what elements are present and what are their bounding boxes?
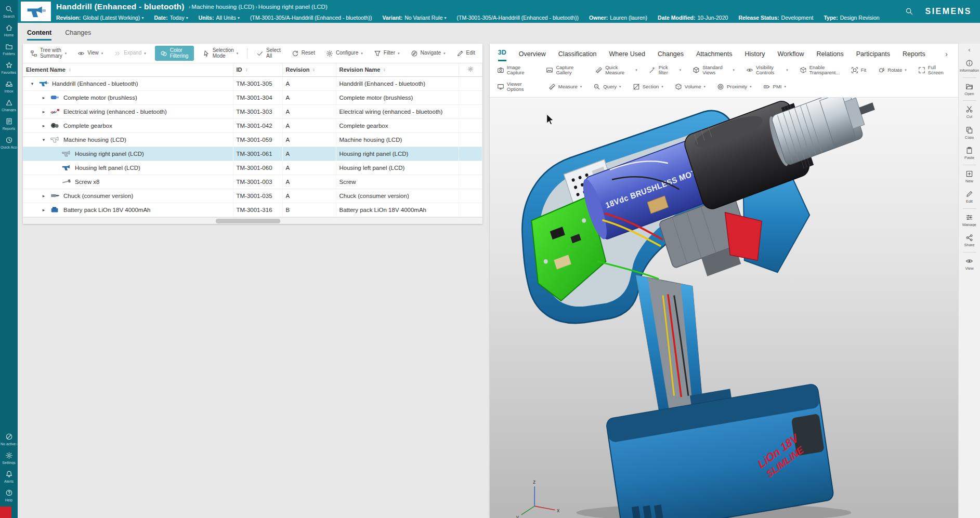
table-settings-gear[interactable] — [459, 63, 482, 76]
tree-caret-icon[interactable]: ▸ — [41, 193, 47, 198]
viewer-tool-enable-transparent[interactable]: Enable Transparent... — [800, 65, 840, 76]
collapse-rail-chevron[interactable]: ‹ — [968, 46, 970, 54]
command-manage[interactable]: Manage — [959, 210, 980, 231]
table-row[interactable]: Housing left panel (LCD)TM-3001-060AHous… — [23, 161, 482, 175]
tree-caret-icon[interactable]: ▾ — [41, 137, 47, 142]
command-cut[interactable]: Cut — [959, 102, 980, 123]
sidebar-item-changes[interactable]: Changes — [0, 96, 18, 114]
tab-classification[interactable]: Classification — [558, 50, 597, 61]
viewer-tool-pmi[interactable]: PMI▾ — [763, 83, 786, 90]
table-row[interactable]: Housing right panel (LCD)TM-3001-061AHou… — [23, 147, 482, 161]
toolbar-expand[interactable]: Expand▾ — [112, 49, 148, 58]
command-paste[interactable]: Paste — [959, 143, 980, 164]
tabs-overflow-chevron[interactable]: › — [943, 49, 950, 61]
tab-reports[interactable]: Reports — [903, 50, 925, 61]
tab-changes[interactable]: Changes — [658, 50, 684, 61]
sort-icon[interactable] — [242, 67, 249, 73]
viewer-tool-rotate[interactable]: Rotate▾ — [878, 67, 907, 74]
header-meta-item[interactable]: Variant:No Variant Rule▾ — [383, 15, 447, 21]
toolbar-navigate[interactable]: Navigate▾ — [409, 49, 448, 58]
tab-workflow[interactable]: Workflow — [777, 50, 804, 61]
breadcrumb-item[interactable]: Housing right panel (LCD) — [258, 4, 328, 10]
tab-history[interactable]: History — [744, 50, 765, 61]
sidebar-item-no-active-change[interactable]: No active change — [0, 430, 18, 448]
scrollbar-thumb[interactable] — [216, 219, 280, 223]
header-meta-item[interactable]: Revision:Global (Latest Working)▾ — [56, 15, 143, 21]
column-header-id[interactable]: ID — [233, 63, 282, 76]
item-thumbnail[interactable] — [21, 2, 51, 21]
toolbar-selection-mode[interactable]: Selection Mode▾ — [201, 47, 241, 60]
sort-icon[interactable] — [380, 67, 387, 73]
drill-battery-pack[interactable]: LiOn 18V SLIMLINE — [604, 374, 834, 518]
viewer-tool-measure[interactable]: Measure▾ — [548, 83, 582, 90]
tree-caret-icon[interactable]: ▸ — [41, 109, 47, 114]
table-row[interactable]: ▾Machine housing (LCD)TM-3001-059AMachin… — [23, 132, 482, 147]
toolbar-tree-with-summary[interactable]: Tree with Summary▾ — [28, 47, 69, 60]
sort-icon[interactable] — [309, 67, 316, 73]
tree-caret-icon[interactable]: ▸ — [41, 95, 47, 100]
command-information[interactable]: Information — [959, 56, 980, 76]
viewer-tool-quick-measure[interactable]: Quick Measure▾ — [595, 65, 637, 76]
drill-3d-model[interactable]: 18Vdc BRUSHLESS MOTOR — [490, 98, 958, 518]
tree-caret-icon[interactable]: ▾ — [29, 81, 35, 86]
sidebar-item-home[interactable]: Home — [0, 21, 18, 39]
sort-icon[interactable] — [66, 67, 72, 73]
viewer-tool-proximity[interactable]: Proximity▾ — [717, 83, 752, 90]
toolbar-edit[interactable]: Edit — [454, 49, 477, 58]
toolbar-reset[interactable]: Reset — [290, 49, 317, 58]
viewer-tool-pick-filter[interactable]: Pick filter▾ — [649, 65, 681, 76]
command-copy[interactable]: Copy — [959, 123, 980, 143]
search-icon[interactable] — [905, 7, 913, 16]
tab-participants[interactable]: Participants — [856, 50, 890, 61]
viewer-tool-query[interactable]: Query▾ — [593, 83, 621, 90]
drill-trigger[interactable] — [725, 212, 762, 260]
header-meta-item[interactable]: Units:All Units▾ — [199, 15, 240, 21]
viewer-tool-section[interactable]: Section▾ — [633, 83, 663, 90]
table-row[interactable]: Screw x8TM-3001-003AScrew — [23, 175, 482, 189]
toolbar-select-all[interactable]: Select All — [254, 47, 283, 60]
table-row[interactable]: ▾Handdrill (Enhanced - bluetooth)TM-3001… — [23, 76, 482, 90]
drill-handle[interactable] — [636, 275, 702, 410]
viewer-tool-image-capture[interactable]: Image Capture — [497, 65, 535, 76]
tab-content[interactable]: Content — [27, 29, 51, 41]
tab-attachments[interactable]: Attachments — [696, 50, 732, 61]
sidebar-item-inbox[interactable]: Inbox — [0, 77, 18, 96]
table-row[interactable]: ▸Battery pack LiOn 18V 4000mAhTM-3001-31… — [23, 203, 482, 217]
tab-relations[interactable]: Relations — [817, 50, 844, 61]
viewer-tool-fit[interactable]: Fit — [851, 67, 867, 74]
column-header-element-name[interactable]: Element Name — [23, 63, 233, 76]
sidebar-item-help[interactable]: Help — [0, 486, 18, 504]
viewer-tool-viewer-options[interactable]: Viewer Options — [497, 82, 537, 92]
viewer-tool-standard-views[interactable]: Standard Views▾ — [692, 65, 735, 76]
sidebar-item-favorites[interactable]: Favorites — [0, 58, 18, 77]
tab-where-used[interactable]: Where Used — [609, 50, 645, 61]
toolbar-color-filtering[interactable]: Color Filtering — [155, 46, 194, 61]
viewer-tool-visibility-controls[interactable]: Visibility Controls▾ — [746, 65, 788, 76]
column-header-revision[interactable]: Revision — [282, 63, 336, 76]
toolbar-configure[interactable]: Configure▾ — [324, 49, 365, 58]
tree-caret-icon[interactable]: ▸ — [41, 207, 47, 212]
sidebar-item-quick-access[interactable]: Quick Access — [0, 133, 18, 152]
viewer-tool-volume[interactable]: Volume▾ — [675, 83, 705, 90]
command-edit[interactable]: Edit — [959, 187, 980, 207]
table-row[interactable]: ▸Complete gearboxTM-3001-042AComplete ge… — [23, 118, 482, 132]
viewer-tool-full-screen[interactable]: Full Screen — [918, 65, 951, 76]
sidebar-item-reports[interactable]: Reports — [0, 114, 18, 133]
breadcrumb-item[interactable]: Machine housing (LCD) — [191, 4, 254, 10]
column-header-revision-name[interactable]: Revision Name — [336, 63, 459, 76]
alert-badge[interactable] — [0, 507, 11, 518]
sidebar-item-search[interactable]: Search — [0, 2, 18, 21]
command-view[interactable]: View — [959, 254, 980, 274]
table-row[interactable]: ▸Complete motor (brushless)TM-3001-304AC… — [23, 90, 482, 104]
sidebar-item-folders[interactable]: Folders — [0, 39, 18, 58]
header-meta-item[interactable]: Date:Today▾ — [154, 15, 188, 21]
viewer-3d-canvas[interactable]: 18Vdc BRUSHLESS MOTOR — [490, 98, 958, 518]
tab-changes[interactable]: Changes — [65, 29, 91, 39]
horizontal-scrollbar[interactable] — [23, 217, 482, 224]
viewer-tool-capture-gallery[interactable]: Capture Gallery — [546, 65, 584, 76]
toolbar-filter[interactable]: Filter▾ — [372, 49, 402, 58]
command-share[interactable]: Share — [959, 230, 980, 251]
tree-caret-icon[interactable]: ▸ — [41, 123, 47, 128]
table-row[interactable]: ▸Chuck (consumer version)TM-3001-035AChu… — [23, 189, 482, 203]
command-open[interactable]: Open — [959, 79, 980, 100]
